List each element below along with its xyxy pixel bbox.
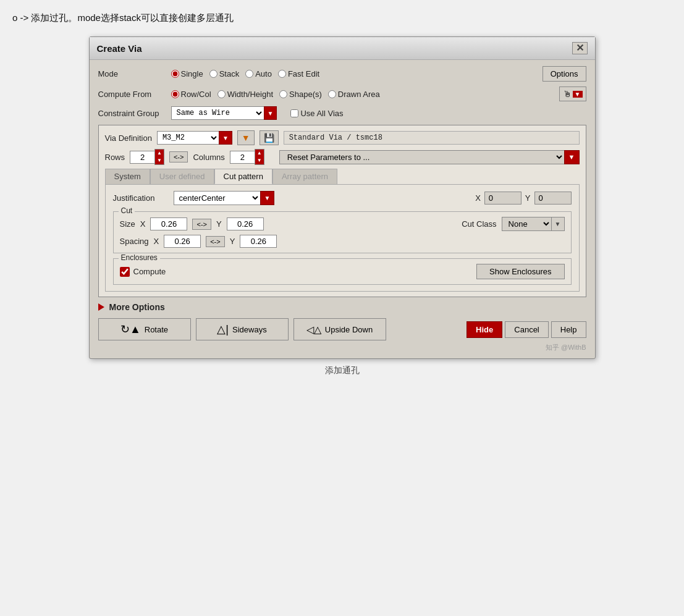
columns-input[interactable] (230, 151, 255, 164)
dialog: Create Via ✕ Mode Single Stack (89, 36, 596, 359)
upside-down-label: Upside Down (325, 325, 373, 334)
constraint-group-select[interactable]: Same as Wire (171, 106, 264, 120)
size-y-input[interactable] (227, 217, 264, 230)
sideways-label: Sideways (232, 325, 267, 334)
columns-arrows: ▲ ▼ (255, 149, 264, 165)
y-input[interactable] (534, 192, 572, 205)
justification-select[interactable]: centerCenter (174, 191, 260, 205)
upside-down-button[interactable]: ◁△ Upside Down (293, 318, 386, 340)
cut-spacing-row: Spacing X <-> Y (120, 235, 565, 248)
sideways-button[interactable]: △| Sideways (196, 318, 289, 340)
reset-select-wrapper: Reset Parameters to ... ▼ (279, 150, 580, 164)
hide-button[interactable]: Hide (467, 321, 502, 338)
cut-class-area: Cut Class None ▼ (462, 217, 564, 231)
columns-down[interactable]: ▼ (255, 157, 264, 164)
tab-cut-pattern[interactable]: Cut pattern (214, 169, 272, 184)
via-def-row: Via Definition M3_M2 ▼ ▼ 💾 Standard Via … (105, 130, 580, 145)
size-x-input[interactable] (150, 217, 187, 230)
compute-rowcol[interactable]: Row/Col (171, 90, 211, 99)
spacing-label: Spacing (120, 237, 149, 246)
rotate-icon: ↻▲ (120, 323, 141, 336)
size-label: Size (120, 219, 135, 229)
size-swap-button[interactable]: <-> (192, 219, 211, 230)
sideways-icon: △| (217, 323, 229, 336)
options-button[interactable]: Options (543, 66, 586, 82)
cut-group: Cut Size X <-> Y Cut Class (113, 211, 572, 253)
compute-shapes[interactable]: Shape(s) (279, 90, 322, 99)
size-x-label: X (140, 219, 146, 229)
save-button[interactable]: 💾 (260, 130, 279, 145)
tabs-container: System User defined Cut pattern Array pa… (105, 169, 580, 292)
spacing-y-input[interactable] (240, 235, 277, 248)
compute-check[interactable]: Compute (120, 267, 166, 277)
caption: 添加通孔 (12, 365, 672, 376)
constraint-group-select-wrapper: Same as Wire ▼ (171, 106, 277, 120)
mode-single-label: Single (181, 69, 203, 78)
mode-stack-label: Stack (219, 69, 240, 78)
cut-class-arrow[interactable]: ▼ (551, 217, 565, 231)
spacing-swap-button[interactable]: <-> (206, 236, 225, 247)
rows-up[interactable]: ▲ (155, 150, 164, 157)
close-button[interactable]: ✕ (572, 42, 588, 54)
tab-array-pattern[interactable]: Array pattern (272, 169, 337, 184)
justification-arrow[interactable]: ▼ (260, 191, 275, 205)
reset-arrow[interactable]: ▼ (564, 150, 580, 164)
constraint-group-label: Constraint Group (98, 109, 166, 118)
more-options-row[interactable]: More Options (98, 302, 586, 312)
cancel-button[interactable]: Cancel (505, 321, 548, 338)
compute-img-arrow: ▼ (573, 91, 583, 98)
tabs: System User defined Cut pattern Array pa… (105, 169, 580, 184)
compute-image-button[interactable]: 🖱 ▼ (559, 86, 586, 101)
rotate-button[interactable]: ↻▲ Rotate (98, 318, 191, 340)
reset-select[interactable]: Reset Parameters to ... (279, 150, 564, 164)
use-all-vias-check[interactable]: Use All Vias (290, 109, 343, 118)
show-enclosures-button[interactable]: Show Enclosures (476, 264, 564, 279)
compute-wh-label: Width/Height (227, 90, 273, 99)
dialog-title: Create Via (97, 43, 142, 54)
cut-class-select[interactable]: None (502, 217, 551, 231)
columns-spinner: ▲ ▼ (230, 149, 264, 165)
compute-wh[interactable]: Width/Height (217, 90, 273, 99)
mode-single[interactable]: Single (171, 69, 203, 78)
justification-select-wrapper: centerCenter ▼ (174, 191, 275, 205)
spacing-x-input[interactable] (164, 235, 201, 248)
cut-class-select-wrapper: None ▼ (502, 217, 565, 231)
page-header: o -> 添加过孔。mode选择stack可以直接创建多层通孔 (12, 12, 672, 24)
rows-spinner: ▲ ▼ (130, 149, 164, 165)
mode-fastedit[interactable]: Fast Edit (278, 69, 319, 78)
use-all-vias-label: Use All Vias (300, 109, 343, 118)
rows-down[interactable]: ▼ (155, 157, 164, 164)
rows-swap-button[interactable]: <-> (169, 151, 188, 162)
std-via-label: Standard Via / tsmc18 (284, 131, 580, 145)
y-label: Y (525, 193, 531, 203)
action-buttons: ↻▲ Rotate △| Sideways ◁△ Upside Down (98, 318, 463, 340)
rows-arrows: ▲ ▼ (154, 149, 164, 165)
help-button[interactable]: Help (551, 321, 586, 338)
rotate-label: Rotate (145, 325, 168, 334)
constraint-group-arrow[interactable]: ▼ (264, 106, 277, 120)
filter-button[interactable]: ▼ (237, 130, 255, 145)
mode-stack[interactable]: Stack (209, 69, 240, 78)
compute-from-label: Compute From (98, 90, 166, 99)
mode-auto[interactable]: Auto (245, 69, 272, 78)
cut-group-label: Cut (119, 206, 135, 215)
tab-user-defined[interactable]: User defined (150, 169, 214, 184)
x-input[interactable] (484, 192, 521, 205)
via-def-arrow[interactable]: ▼ (219, 131, 232, 145)
footer-buttons: Hide Cancel Help (467, 321, 586, 338)
via-section: Via Definition M3_M2 ▼ ▼ 💾 Standard Via … (98, 125, 586, 297)
more-options-label: More Options (109, 302, 165, 312)
compute-img-icon: 🖱 (563, 89, 572, 99)
constraint-group-row: Constraint Group Same as Wire ▼ Use All … (98, 106, 586, 120)
more-options-triangle (98, 303, 104, 311)
rows-input[interactable] (130, 151, 154, 164)
tab-system[interactable]: System (105, 169, 150, 184)
via-def-select-wrapper: M3_M2 ▼ (157, 131, 232, 145)
enclosures-label: Enclosures (119, 253, 160, 262)
dialog-titlebar: Create Via ✕ (90, 37, 595, 60)
columns-label: Columns (193, 153, 224, 162)
compute-drawn[interactable]: Drawn Area (328, 90, 380, 99)
via-def-select[interactable]: M3_M2 (157, 131, 219, 145)
compute-rowcol-label: Row/Col (181, 90, 211, 99)
columns-up[interactable]: ▲ (255, 150, 264, 157)
